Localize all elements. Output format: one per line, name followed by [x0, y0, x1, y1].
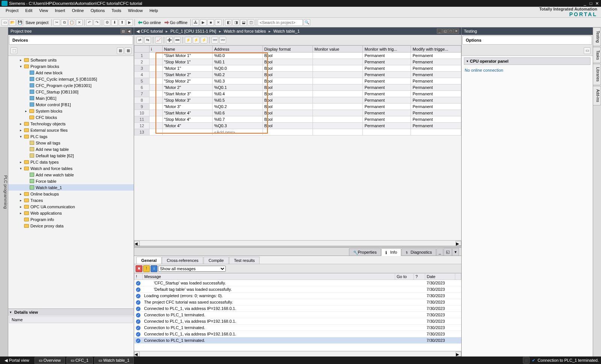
tree-node[interactable]: CFC blocks: [8, 114, 134, 120]
tree-node[interactable]: ▸Web applications: [8, 210, 134, 216]
go-offline-button[interactable]: Go offline: [163, 20, 189, 25]
subtab-test-results[interactable]: Test results: [229, 257, 260, 264]
paste-button[interactable]: 📋: [68, 19, 75, 26]
monitor-once-button[interactable]: 👓: [219, 37, 226, 44]
msg-col-header[interactable]: Date: [425, 274, 455, 280]
error-filter-button[interactable]: ✖: [136, 265, 142, 272]
tree-arrow-button[interactable]: ◀: [126, 29, 131, 34]
cut-button[interactable]: ✂: [53, 19, 60, 26]
tree-tool-2[interactable]: ▦: [117, 47, 124, 54]
menu-view[interactable]: View: [36, 8, 51, 14]
message-row[interactable]: ✓Connected to PLC_1, via address IP=192.…: [134, 331, 461, 337]
message-filter-select[interactable]: Show all messages: [158, 266, 226, 272]
messages-scrollbar[interactable]: ◀ ▶: [134, 351, 461, 356]
close-button[interactable]: ✕: [594, 1, 599, 6]
tree-node[interactable]: ▸PLC data types: [8, 159, 134, 165]
expand-icon[interactable]: ▸: [19, 58, 23, 62]
message-row[interactable]: ✓'CFC_Startup' was loaded successfully.7…: [134, 280, 461, 286]
watch-row[interactable]: 1"Start Motor 1"%I0.0BoolPermanentPerman…: [134, 53, 461, 59]
status-icon[interactable]: 🖥: [523, 357, 530, 364]
msg-scroll-left[interactable]: ◀: [134, 352, 140, 356]
subtab-cross-references[interactable]: Cross-references: [162, 257, 203, 264]
side-tab-add-ins[interactable]: Add-ins: [593, 86, 601, 105]
save-button[interactable]: 💾: [17, 19, 23, 26]
tree-node[interactable]: ▸Online backups: [8, 191, 134, 197]
tree-node[interactable]: Default tag table [62]: [8, 152, 134, 159]
devices-tab[interactable]: Devices: [9, 36, 133, 45]
tab-diagnostics[interactable]: ⚕Diagnostics: [402, 248, 436, 256]
menu-project[interactable]: Project: [2, 8, 22, 14]
watch-row[interactable]: 2"Stop Motor 1"%I0.1BoolPermanentPermane…: [134, 59, 461, 65]
scroll-left-button[interactable]: ◀: [134, 241, 140, 246]
message-row[interactable]: ✓Loading completed (errors: 0; warnings:…: [134, 293, 461, 299]
editor-close-button[interactable]: ✕: [454, 29, 459, 34]
menu-tools[interactable]: Tools: [108, 8, 125, 14]
upload-button[interactable]: ⬆: [119, 19, 125, 26]
breadcrumb-item[interactable]: Watch and force tables: [224, 29, 266, 33]
col-header[interactable]: Display format: [263, 46, 313, 53]
side-tab-tasks[interactable]: Tasks: [593, 47, 601, 63]
project-tree[interactable]: ▸Software units▾Program blocksAdd new bl…: [8, 56, 134, 308]
expand-icon[interactable]: ▾: [19, 135, 23, 138]
msg-scroll-right[interactable]: ▶: [456, 352, 461, 356]
split-left-button[interactable]: ◧: [225, 19, 232, 26]
watch-row[interactable]: 4"Start Motor 2"%I0.2BoolPermanentPerman…: [134, 72, 461, 78]
side-tab-testing[interactable]: Testing: [593, 27, 601, 46]
breadcrumb-item[interactable]: Watch table_1: [273, 29, 300, 33]
status-tab[interactable]: ▭ Watch table_1: [94, 357, 134, 364]
search-input[interactable]: [258, 19, 303, 26]
tree-node[interactable]: Add new block: [8, 69, 134, 76]
messages-table[interactable]: !MessageGo to?Date ✓'CFC_Startup' was lo…: [134, 273, 461, 344]
compile-button[interactable]: ⚙: [104, 19, 110, 26]
watch-row[interactable]: 9"Motor 3"%Q0.2BoolPermanentPermanent: [134, 104, 461, 110]
modify-now-button[interactable]: ⚡: [185, 37, 192, 44]
watch-row[interactable]: 11"Stop Motor 4"%I0.7BoolPermanentPerman…: [134, 116, 461, 123]
watch-tool-2[interactable]: ⇆: [144, 37, 151, 44]
menu-window[interactable]: Window: [125, 8, 146, 14]
watch-row[interactable]: 8"Stop Motor 3"%I0.5BoolPermanentPermane…: [134, 97, 461, 104]
msg-col-header[interactable]: ?: [414, 274, 425, 280]
portal-view-button[interactable]: ◀ Portal view: [2, 358, 32, 363]
msg-col-header[interactable]: Message: [143, 274, 395, 280]
download-button[interactable]: ⬇: [111, 19, 118, 26]
expand-icon[interactable]: ▸: [19, 205, 23, 209]
watch-row[interactable]: 7"Start Motor 3"%I0.4BoolPermanentPerman…: [134, 91, 461, 97]
tab-info[interactable]: ℹInfo: [381, 248, 401, 256]
tree-node[interactable]: Show all tags: [8, 140, 134, 146]
tree-tool-3[interactable]: ▦: [125, 47, 131, 54]
expand-icon[interactable]: ▸: [19, 128, 23, 132]
expand-icon[interactable]: ▸: [19, 199, 23, 202]
info-filter-button[interactable]: i: [151, 265, 157, 272]
simulate-button[interactable]: ▶: [126, 19, 133, 26]
watch-row[interactable]: 10"Start Motor 4"%I0.6BoolPermanentPerma…: [134, 110, 461, 116]
tree-node[interactable]: CFC_Startup [OB1100]: [8, 89, 134, 95]
tree-node[interactable]: Device proxy data: [8, 223, 134, 229]
msg-col-header[interactable]: !: [134, 274, 143, 280]
tree-collapse-button[interactable]: ▤: [121, 29, 126, 34]
tree-node[interactable]: Motor control [FB1]: [8, 101, 134, 108]
tree-node[interactable]: Program info: [8, 216, 134, 223]
enable-io-button[interactable]: ⚡: [201, 37, 207, 44]
expand-icon[interactable]: ▸: [19, 160, 23, 164]
watch-row[interactable]: 5"Stop Motor 2"%I0.3BoolPermanentPermane…: [134, 78, 461, 84]
details-view-header[interactable]: ▾ Details view: [8, 308, 134, 315]
watch-table[interactable]: iNameAddressDisplay formatMonitor valueM…: [134, 45, 461, 135]
tree-node[interactable]: CFC_Cyclic interrupt_5 [OB1035]: [8, 76, 134, 82]
delete-row-button[interactable]: ➖: [174, 37, 181, 44]
tree-node[interactable]: ▾PLC tags: [8, 133, 134, 140]
tree-node[interactable]: ▾Program blocks: [8, 63, 134, 69]
expand-icon[interactable]: ▾: [19, 65, 23, 68]
tree-node[interactable]: Force table: [8, 178, 134, 184]
subtab-general[interactable]: General: [136, 257, 162, 264]
left-sidebar-tab[interactable]: PLC programming: [0, 27, 8, 356]
expand-icon[interactable]: ▾: [19, 167, 23, 170]
subtab-compile[interactable]: Compile: [204, 257, 228, 264]
message-row[interactable]: ✓Connection to PLC_1 terminated.7/30/202…: [134, 312, 461, 318]
tree-node[interactable]: ▸Traces: [8, 197, 134, 203]
status-tab[interactable]: ▭ Overview: [35, 357, 65, 364]
message-row[interactable]: ✓The project CFC tutorial was saved succ…: [134, 299, 461, 305]
tree-node[interactable]: Add new tag table: [8, 146, 134, 152]
tree-node[interactable]: CFC_Program cycle [OB1001]: [8, 82, 134, 89]
cross-ref-button[interactable]: ✕: [215, 19, 222, 26]
menu-edit[interactable]: Edit: [22, 8, 36, 14]
